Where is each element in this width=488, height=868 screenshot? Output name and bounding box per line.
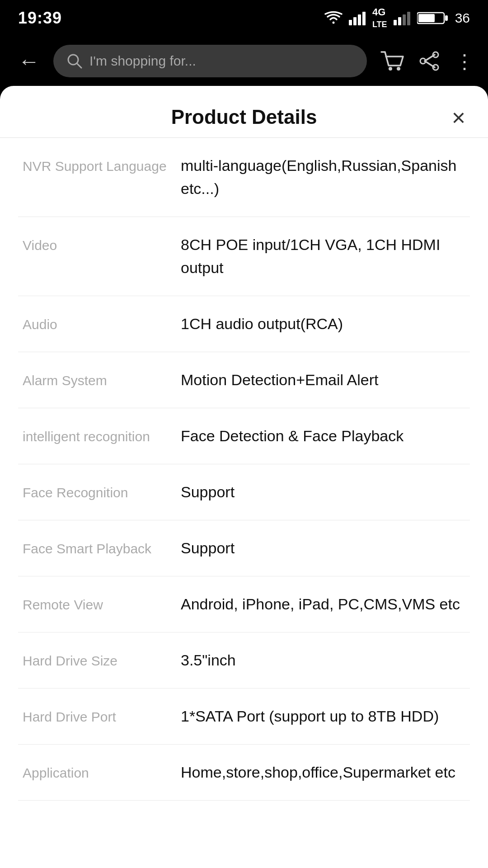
- detail-value: Android, iPhone, iPad, PC,CMS,VMS etc: [181, 593, 465, 616]
- svg-rect-4: [394, 20, 397, 25]
- detail-label: Face Recognition: [23, 481, 167, 503]
- wifi-icon: [324, 11, 343, 25]
- svg-rect-3: [362, 12, 366, 25]
- svg-rect-2: [358, 14, 361, 25]
- detail-value: 3.5"inch: [181, 649, 465, 672]
- detail-value: Face Detection & Face Playback: [181, 425, 465, 448]
- detail-label: Hard Drive Size: [23, 649, 167, 671]
- table-row: Face RecognitionSupport: [18, 464, 470, 520]
- battery-level: 36: [455, 10, 470, 26]
- table-row: Video8CH POE input/1CH VGA, 1CH HDMI out…: [18, 217, 470, 296]
- detail-value: 1*SATA Port (support up to 8TB HDD): [181, 705, 465, 728]
- detail-label: Video: [23, 233, 167, 255]
- detail-label: Hard Drive Port: [23, 705, 167, 727]
- signal-icon-2: [394, 11, 411, 25]
- search-icon: [67, 53, 82, 69]
- detail-label: Audio: [23, 312, 167, 335]
- detail-value: Home,store,shop,office,Supermarket etc: [181, 761, 465, 784]
- detail-value: multi-language(English,Russian,Spanish e…: [181, 154, 465, 200]
- status-time: 19:39: [18, 9, 62, 28]
- detail-label: Remote View: [23, 593, 167, 615]
- back-button[interactable]: ←: [14, 44, 44, 78]
- svg-rect-5: [398, 17, 401, 25]
- table-row: NVR Support Languagemulti-language(Engli…: [18, 138, 470, 217]
- svg-rect-6: [403, 14, 406, 25]
- status-bar: 19:39 4GLTE 36: [0, 0, 488, 36]
- detail-label: Alarm System: [23, 368, 167, 391]
- search-placeholder: I'm shopping for...: [89, 53, 196, 69]
- details-table: NVR Support Languagemulti-language(Engli…: [0, 138, 488, 801]
- detail-label: Application: [23, 761, 167, 783]
- table-row: ApplicationHome,store,shop,office,Superm…: [18, 745, 470, 801]
- detail-value: 1CH audio output(RCA): [181, 312, 465, 335]
- status-icons: 4GLTE 36: [324, 6, 470, 30]
- table-row: Remote ViewAndroid, iPhone, iPad, PC,CMS…: [18, 576, 470, 632]
- search-bar[interactable]: I'm shopping for...: [53, 45, 367, 77]
- svg-point-13: [389, 67, 392, 71]
- table-row: Hard Drive Port1*SATA Port (support up t…: [18, 689, 470, 745]
- svg-rect-9: [418, 14, 435, 22]
- cart-icon[interactable]: [380, 50, 405, 72]
- network-badge: 4GLTE: [372, 6, 387, 30]
- more-icon[interactable]: ⋮: [455, 50, 474, 73]
- battery-icon: [417, 11, 449, 25]
- detail-value: 8CH POE input/1CH VGA, 1CH HDMI output: [181, 233, 465, 279]
- close-button[interactable]: ×: [452, 106, 465, 129]
- detail-value: Support: [181, 537, 465, 560]
- svg-rect-10: [445, 15, 448, 21]
- table-row: Hard Drive Size3.5"inch: [18, 632, 470, 689]
- detail-value: Motion Detection+Email Alert: [181, 368, 465, 392]
- main-content: Product Details × NVR Support Languagemu…: [0, 86, 488, 868]
- detail-label: NVR Support Language: [23, 154, 167, 176]
- table-row: Alarm SystemMotion Detection+Email Alert: [18, 352, 470, 408]
- share-icon[interactable]: [418, 50, 441, 72]
- signal-icon-1: [349, 11, 366, 25]
- svg-rect-1: [353, 17, 357, 25]
- svg-rect-7: [407, 12, 410, 25]
- detail-value: Support: [181, 481, 465, 504]
- table-row: intelligent recognitionFace Detection & …: [18, 408, 470, 464]
- svg-rect-0: [349, 20, 352, 25]
- detail-label: Face Smart Playback: [23, 537, 167, 559]
- svg-point-14: [397, 67, 400, 71]
- modal-header: Product Details ×: [0, 86, 488, 138]
- modal-title: Product Details: [171, 106, 317, 128]
- detail-label: intelligent recognition: [23, 425, 167, 447]
- nav-actions: ⋮: [380, 50, 474, 73]
- table-row: Audio1CH audio output(RCA): [18, 296, 470, 352]
- nav-bar: ← I'm shopping for... ⋮: [0, 36, 488, 86]
- svg-line-12: [77, 63, 81, 68]
- table-row: Face Smart PlaybackSupport: [18, 520, 470, 576]
